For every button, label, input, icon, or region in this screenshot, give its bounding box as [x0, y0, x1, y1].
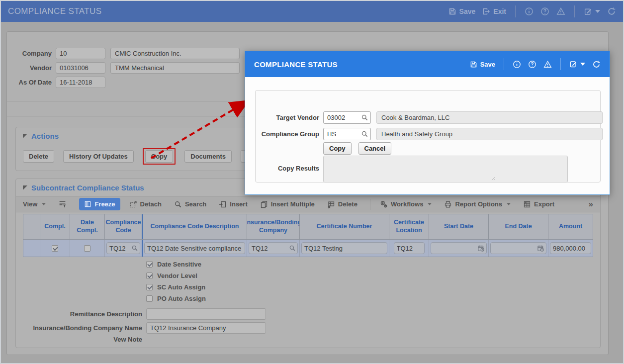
vendor-level-row: Vendor Level — [146, 272, 197, 279]
toolbar-separator — [370, 199, 370, 210]
warning-icon[interactable] — [556, 7, 565, 16]
column-header-compl[interactable]: Compl. — [40, 214, 70, 239]
calendar-icon[interactable] — [477, 245, 485, 252]
table-row[interactable] — [23, 240, 593, 257]
edit-menu-button[interactable] — [584, 7, 600, 16]
filter-table-icon — [58, 200, 67, 208]
row-selector-cell[interactable] — [23, 240, 40, 257]
dialog-inner-panel: Target Vendor Cook & Boardman, LLC Compl… — [255, 90, 601, 182]
copy-action-button[interactable]: Copy — [145, 150, 174, 163]
column-header-end-date[interactable]: End Date — [489, 214, 548, 239]
column-header-insurance-company[interactable]: Insurance/Bonding Company — [247, 214, 300, 239]
copy-results-label: Copy Results — [256, 165, 319, 172]
header-separator — [515, 5, 516, 17]
compliance-group-label: Compliance Group — [256, 130, 319, 138]
export-table-icon — [523, 200, 531, 208]
detach-button[interactable]: Detach — [129, 200, 162, 208]
dialog-header: COMPLIANCE STATUS Save — [245, 51, 610, 77]
company-code-field[interactable] — [56, 48, 105, 59]
po-auto-assign-row: PO Auto Assign — [146, 295, 206, 302]
dialog-title: COMPLIANCE STATUS — [254, 60, 338, 69]
column-header-start-date[interactable]: Start Date — [429, 214, 489, 239]
vew-note-label: Vew Note — [16, 336, 142, 343]
insurance-name-field[interactable] — [146, 322, 266, 334]
delete-action-button[interactable]: Delete — [23, 150, 54, 163]
refresh-icon[interactable] — [592, 60, 601, 69]
view-menu[interactable]: View — [23, 200, 46, 208]
search-icon[interactable] — [131, 245, 138, 252]
chevron-down-icon — [428, 203, 432, 205]
freeze-icon — [84, 200, 91, 208]
dialog-save-button[interactable]: Save — [470, 61, 495, 68]
info-icon[interactable] — [525, 7, 534, 16]
exit-button[interactable]: Exit — [482, 7, 506, 15]
history-of-updates-button[interactable]: History Of Updates — [63, 150, 134, 163]
search-icon — [174, 200, 182, 208]
table-toolbar: View Freeze Detach Search — [16, 196, 600, 212]
delete-table-icon — [327, 200, 335, 208]
dialog-copy-button[interactable]: Copy — [323, 142, 352, 155]
column-header-amount[interactable]: Amount — [548, 214, 593, 239]
vendor-level-label: Vendor Level — [157, 272, 197, 279]
table-header-row: Compl. Date Compl. Compliance Code Compl… — [23, 214, 593, 240]
compliance-table: Compl. Date Compl. Compliance Code Compl… — [23, 214, 593, 257]
vendor-code-field[interactable] — [56, 62, 105, 74]
help-icon[interactable] — [540, 7, 549, 16]
info-icon[interactable] — [513, 60, 521, 69]
column-header-description[interactable]: Compliance Code Description — [143, 214, 247, 239]
certificate-location-input[interactable] — [394, 242, 425, 254]
as-of-date-label: As Of Date — [7, 79, 52, 86]
warning-icon[interactable] — [543, 60, 552, 69]
search-button[interactable]: Search — [174, 200, 206, 208]
search-icon[interactable] — [289, 245, 296, 252]
column-header-certificate-number[interactable]: Certificate Number — [300, 214, 389, 239]
po-auto-assign-checkbox[interactable] — [146, 295, 153, 302]
documents-button[interactable]: Documents — [184, 150, 232, 163]
save-button[interactable]: Save — [448, 7, 476, 15]
edit-icon — [569, 60, 577, 68]
search-icon[interactable] — [361, 114, 368, 121]
sc-auto-assign-checkbox[interactable] — [146, 284, 153, 290]
calendar-icon[interactable] — [537, 245, 544, 252]
remittance-description-field[interactable] — [146, 308, 266, 320]
search-icon[interactable] — [361, 130, 368, 138]
vendor-level-checkbox[interactable] — [146, 273, 153, 279]
date-sensitive-row: Date Sensitive — [146, 261, 201, 268]
chevron-down-icon — [507, 203, 511, 205]
insert-multiple-button[interactable]: Insert Multiple — [260, 200, 315, 208]
insert-icon — [219, 200, 227, 208]
freeze-button[interactable]: Freeze — [79, 198, 120, 210]
date-sensitive-checkbox[interactable] — [146, 261, 153, 268]
copy-results-textarea[interactable] — [323, 156, 568, 182]
delete-row-button[interactable]: Delete — [327, 200, 357, 208]
dialog-edit-menu-button[interactable] — [569, 60, 585, 68]
description-input[interactable] — [144, 242, 245, 254]
amount-input[interactable] — [550, 242, 591, 254]
gears-icon — [379, 200, 388, 208]
workflows-menu[interactable]: Workflows — [379, 200, 432, 208]
date-compl-checkbox[interactable] — [84, 245, 90, 252]
insert-button[interactable]: Insert — [219, 200, 247, 208]
certificate-number-input[interactable] — [301, 242, 387, 254]
vendor-label: Vendor — [7, 64, 52, 72]
as-of-date-field[interactable] — [56, 77, 105, 88]
toolbar-overflow-button[interactable]: » — [589, 199, 593, 209]
column-header-date-compl[interactable]: Date Compl. — [70, 214, 105, 239]
chevron-down-icon — [42, 203, 46, 205]
dialog-cancel-button[interactable]: Cancel — [358, 142, 392, 155]
query-by-example-button[interactable] — [58, 200, 67, 208]
date-sensitive-label: Date Sensitive — [157, 261, 201, 268]
vendor-name-field: TMM Mechanical — [110, 62, 240, 74]
column-header-certificate-location[interactable]: Certificate Location — [389, 214, 429, 239]
remittance-description-label: Remittance Description — [16, 310, 142, 318]
compl-checkbox[interactable] — [52, 245, 58, 252]
save-icon — [470, 61, 477, 68]
help-icon[interactable] — [528, 60, 536, 69]
page-title: COMPLIANCE STATUS — [8, 6, 101, 16]
column-header-compliance-code[interactable]: Compliance Code — [105, 214, 143, 239]
refresh-icon[interactable] — [607, 7, 616, 16]
edit-icon — [584, 7, 592, 16]
report-options-menu[interactable]: Report Options — [444, 200, 511, 208]
export-button[interactable]: Export — [523, 200, 554, 208]
target-vendor-name-field: Cook & Boardman, LLC — [376, 111, 603, 124]
